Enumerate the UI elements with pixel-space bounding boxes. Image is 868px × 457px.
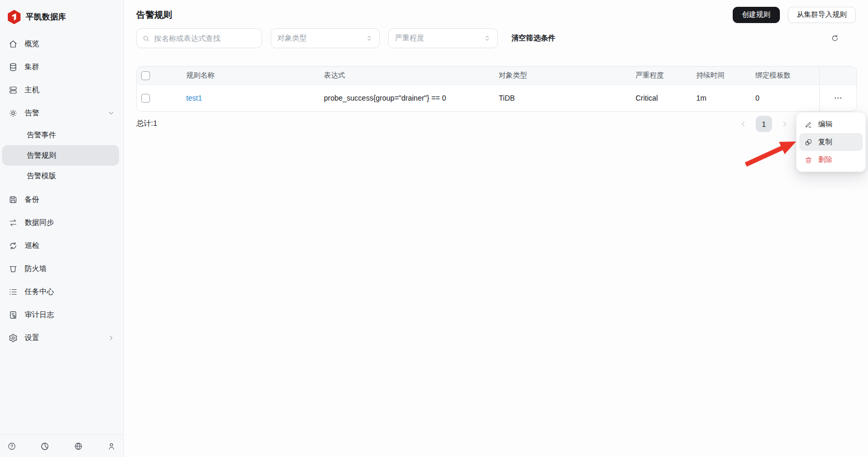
select-all-checkbox[interactable] xyxy=(141,71,150,80)
language-globe-icon[interactable] xyxy=(74,442,83,451)
menu-item-copy[interactable]: 复制 xyxy=(799,133,863,151)
severity-select[interactable]: 严重程度 xyxy=(388,28,498,48)
total-count: 总计:1 xyxy=(136,119,157,128)
page-number-button[interactable]: 1 xyxy=(756,116,772,132)
rule-object-type: TiDB xyxy=(499,85,636,111)
header-actions: 创建规则 从集群导入规则 xyxy=(733,7,856,23)
sidebar-item-clusters[interactable]: 集群 xyxy=(0,56,123,79)
rule-name-link[interactable]: test1 xyxy=(186,94,202,102)
alerts-submenu: 告警事件 告警规则 告警模版 xyxy=(0,125,123,186)
list-icon xyxy=(8,287,18,297)
table-header-row: 规则名称 表达式 对象类型 严重程度 持续时间 绑定模板数 xyxy=(137,67,856,85)
column-header-expression: 表达式 xyxy=(324,67,499,84)
edit-pencil-icon xyxy=(805,121,812,128)
home-icon xyxy=(8,39,18,49)
database-icon xyxy=(8,62,18,72)
sidebar-item-backup[interactable]: 备份 xyxy=(0,188,123,211)
subnav-label: 告警模版 xyxy=(27,171,56,181)
copy-icon xyxy=(805,138,812,146)
alert-rules-table: 规则名称 表达式 对象类型 严重程度 持续时间 绑定模板数 test1 prob… xyxy=(136,66,857,112)
sidebar-item-label: 告警 xyxy=(25,108,39,118)
menu-item-label: 删除 xyxy=(818,155,832,165)
column-header-duration: 持续时间 xyxy=(696,67,755,84)
app-root: 平凯数据库 概览 集群 主机 xyxy=(0,0,868,457)
alarm-icon xyxy=(8,108,18,118)
sidebar-item-alert-templates[interactable]: 告警模版 xyxy=(2,166,119,186)
menu-item-label: 编辑 xyxy=(818,119,832,129)
sidebar-item-label: 设置 xyxy=(25,333,39,343)
sidebar-item-overview[interactable]: 概览 xyxy=(0,32,123,56)
server-icon xyxy=(8,85,18,95)
search-icon xyxy=(142,35,150,42)
object-type-select[interactable]: 对象类型 xyxy=(271,28,380,48)
column-header-rule-name: 规则名称 xyxy=(186,67,324,84)
brand-name: 平凯数据库 xyxy=(26,12,67,22)
rule-bound-templates: 0 xyxy=(755,85,819,111)
sidebar-footer xyxy=(0,434,123,457)
total-label: 总计: xyxy=(136,119,153,127)
create-rule-button[interactable]: 创建规则 xyxy=(733,7,780,23)
search-input[interactable] xyxy=(154,34,256,42)
brand: 平凯数据库 xyxy=(0,0,123,26)
sidebar-item-label: 数据同步 xyxy=(25,218,54,227)
sidebar-item-label: 任务中心 xyxy=(25,287,54,297)
firewall-icon xyxy=(8,264,18,274)
previous-page-button[interactable] xyxy=(736,117,750,131)
filter-bar: 对象类型 严重程度 清空筛选条件 xyxy=(124,28,868,48)
sidebar-item-alert-events[interactable]: 告警事件 xyxy=(2,125,119,145)
column-header-bound-templates: 绑定模板数 xyxy=(755,67,819,84)
dark-mode-icon[interactable] xyxy=(40,442,49,451)
rule-severity: Critical xyxy=(636,85,696,111)
brand-logo-icon xyxy=(7,10,21,24)
row-actions-menu: 编辑 复制 删除 xyxy=(796,112,866,172)
sidebar-item-settings[interactable]: 设置 xyxy=(0,327,123,350)
sidebar-item-alert-rules[interactable]: 告警规则 xyxy=(2,145,119,166)
menu-item-delete[interactable]: 删除 xyxy=(799,151,863,169)
refresh-icon[interactable] xyxy=(831,34,839,42)
sidebar-item-label: 主机 xyxy=(25,85,39,95)
object-type-placeholder: 对象类型 xyxy=(277,34,307,43)
sidebar-item-audit-log[interactable]: 审计日志 xyxy=(0,303,123,327)
rule-duration: 1m xyxy=(696,85,755,111)
column-header-actions xyxy=(819,67,856,84)
cycle-icon xyxy=(8,241,18,251)
sidebar-item-alerts[interactable]: 告警 xyxy=(0,102,123,125)
help-icon[interactable] xyxy=(7,442,16,451)
sidebar-item-data-sync[interactable]: 数据同步 xyxy=(0,211,123,234)
sidebar-item-label: 审计日志 xyxy=(25,310,54,320)
sidebar-item-task-center[interactable]: 任务中心 xyxy=(0,280,123,303)
sync-arrows-icon xyxy=(8,218,18,227)
menu-item-edit[interactable]: 编辑 xyxy=(799,115,863,133)
search-box[interactable] xyxy=(136,28,262,48)
user-icon[interactable] xyxy=(107,442,116,451)
header-checkbox-cell xyxy=(137,67,186,84)
sidebar-nav: 概览 集群 主机 告警 xyxy=(0,32,123,350)
next-page-button[interactable] xyxy=(778,117,791,131)
sidebar-item-label: 巡检 xyxy=(25,241,39,251)
main-content: 告警规则 创建规则 从集群导入规则 对象类型 严重程度 xyxy=(124,0,868,457)
page-header: 告警规则 创建规则 从集群导入规则 xyxy=(124,0,868,23)
chevron-updown-icon xyxy=(366,35,373,42)
sidebar-item-label: 概览 xyxy=(25,39,39,49)
subnav-label: 告警规则 xyxy=(27,151,56,160)
gear-icon xyxy=(8,333,18,343)
sidebar-item-firewall[interactable]: 防火墙 xyxy=(0,257,123,280)
chevron-down-icon xyxy=(108,110,115,117)
import-rules-button[interactable]: 从集群导入规则 xyxy=(788,7,856,23)
total-value: 1 xyxy=(153,119,157,127)
trash-icon xyxy=(805,156,812,164)
row-checkbox[interactable] xyxy=(141,94,150,103)
subnav-label: 告警事件 xyxy=(27,130,56,140)
sidebar-item-label: 集群 xyxy=(25,62,39,72)
sidebar-item-inspection[interactable]: 巡检 xyxy=(0,234,123,257)
pagination: 1 xyxy=(736,116,791,132)
chevron-right-icon xyxy=(108,334,115,342)
page-title: 告警规则 xyxy=(136,9,172,21)
column-header-severity: 严重程度 xyxy=(636,67,696,84)
clear-filters-button[interactable]: 清空筛选条件 xyxy=(511,34,555,43)
menu-item-label: 复制 xyxy=(818,137,832,147)
sidebar-item-label: 防火墙 xyxy=(25,264,47,274)
sidebar: 平凯数据库 概览 集群 主机 xyxy=(0,0,124,457)
sidebar-item-hosts[interactable]: 主机 xyxy=(0,79,123,102)
row-actions-ellipsis-button[interactable] xyxy=(831,92,845,104)
